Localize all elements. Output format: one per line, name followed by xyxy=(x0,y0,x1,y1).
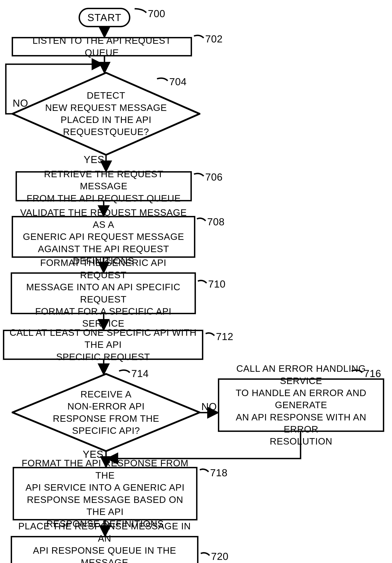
ref-700: 700 xyxy=(148,8,165,19)
format-req-label: FORMAT THE GENERIC API REQUEST MESSAGE I… xyxy=(16,257,191,330)
retrieve-box: RETRIEVE THE REQUEST MESSAGE FROM THE AP… xyxy=(15,171,192,201)
validate-box: VALIDATE THE REQUEST MESSAGE AS A GENERI… xyxy=(12,216,195,258)
ref-704: 704 xyxy=(169,76,187,88)
listen-box: LISTEN TO THE API REQUEST QUEUE xyxy=(12,37,192,56)
ref-706: 706 xyxy=(205,171,223,183)
ref-718: 718 xyxy=(210,467,228,479)
format-req-box: FORMAT THE GENERIC API REQUEST MESSAGE I… xyxy=(11,272,196,314)
place-label: PLACE THE RESPONSE MESSAGE IN AN API RES… xyxy=(16,520,193,563)
no-label-1: NO xyxy=(13,97,28,109)
ref-710: 710 xyxy=(208,278,226,290)
ref-708: 708 xyxy=(207,216,225,228)
start-label: START xyxy=(87,12,122,23)
ref-702: 702 xyxy=(205,33,223,45)
receive-diamond: RECEIVE A NON-ERROR API RESPONSE FROM TH… xyxy=(12,373,200,452)
receive-label: RECEIVE A NON-ERROR API RESPONSE FROM TH… xyxy=(12,373,200,452)
ref-720: 720 xyxy=(211,550,228,562)
call-label: CALL AT LEAST ONE SPECIFIC API WITH THE … xyxy=(8,327,198,363)
ref-712: 712 xyxy=(216,331,233,342)
listen-label: LISTEN TO THE API REQUEST QUEUE xyxy=(17,35,187,59)
call-box: CALL AT LEAST ONE SPECIFIC API WITH THE … xyxy=(3,330,203,360)
yes-label-1: YES xyxy=(84,154,104,165)
format-resp-label: FORMAT THE API RESPONSE FROM THE API SER… xyxy=(18,457,192,530)
no-label-2: NO xyxy=(201,401,217,412)
place-box: PLACE THE RESPONSE MESSAGE IN AN API RES… xyxy=(11,536,198,563)
ref-716: 716 xyxy=(364,368,381,379)
error-label: CALL AN ERROR HANDLING SERVICE TO HANDLE… xyxy=(223,363,379,448)
retrieve-label: RETRIEVE THE REQUEST MESSAGE FROM THE AP… xyxy=(21,168,187,205)
error-box: CALL AN ERROR HANDLING SERVICE TO HANDLE… xyxy=(218,378,384,432)
format-resp-box: FORMAT THE API RESPONSE FROM THE API SER… xyxy=(13,467,197,520)
start-terminator: START xyxy=(79,8,130,27)
ref-714: 714 xyxy=(131,368,149,379)
flowchart-canvas: START 700 LISTEN TO THE API REQUEST QUEU… xyxy=(0,0,392,563)
